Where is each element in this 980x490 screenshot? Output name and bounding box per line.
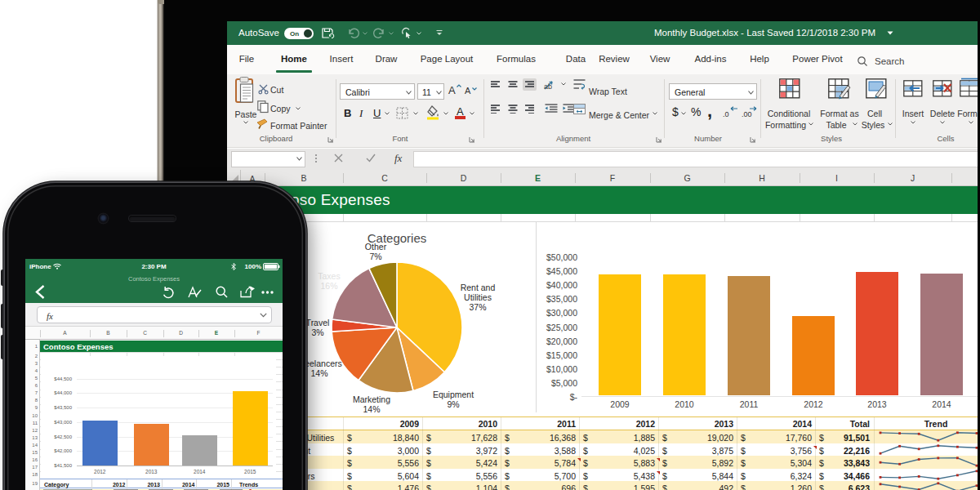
phone-row-number-19[interactable]: 19 xyxy=(32,481,38,486)
title-dropdown-icon[interactable] xyxy=(887,31,893,35)
conditional-formatting-label-2[interactable]: Formatting xyxy=(765,121,806,130)
bar-2012[interactable] xyxy=(792,316,835,396)
phone-row-number-12[interactable]: 12 xyxy=(32,428,38,433)
tab-help[interactable]: Help xyxy=(750,55,769,65)
fill-color-icon[interactable] xyxy=(426,105,439,119)
number-format-caret-icon[interactable] xyxy=(748,91,754,95)
dropdown-caret-icon[interactable] xyxy=(443,112,448,115)
dialog-launcher-number-icon[interactable] xyxy=(750,136,756,143)
phone-bar-chart[interactable]: $44,500$44,000$43,500$43,000$42,500$42,0… xyxy=(41,356,276,479)
align-center-icon[interactable] xyxy=(506,102,519,114)
dialog-launcher-font-icon[interactable] xyxy=(469,136,475,143)
comma-style-button[interactable]: , xyxy=(707,102,712,120)
align-bottom-icon[interactable] xyxy=(523,78,537,91)
column-header-g[interactable]: G xyxy=(684,174,690,183)
increase-decimal-icon[interactable]: .0 xyxy=(723,106,739,118)
phone-row-number-18[interactable]: 18 xyxy=(32,472,38,477)
format-as-table-icon[interactable] xyxy=(828,78,851,99)
phone-row-number-15[interactable]: 15 xyxy=(32,450,38,455)
bold-button[interactable]: B xyxy=(344,108,351,118)
accounting-format-button[interactable]: $ xyxy=(672,106,679,118)
bar-2014[interactable] xyxy=(920,274,963,396)
phone-row-number-14[interactable]: 14 xyxy=(32,443,38,448)
phone-row-number-13[interactable]: 13 xyxy=(32,435,38,440)
phone-bar-2013[interactable] xyxy=(134,424,169,466)
merge-center-label[interactable]: Merge & Center xyxy=(589,111,649,120)
font-name-caret-icon[interactable] xyxy=(406,91,412,95)
percent-style-button[interactable]: % xyxy=(691,106,701,118)
dropdown-caret-icon[interactable] xyxy=(413,112,418,115)
tab-insert[interactable]: Insert xyxy=(330,55,354,65)
phone-column-header-e[interactable]: E xyxy=(215,331,218,336)
wrap-text-label[interactable]: Wrap Text xyxy=(589,87,627,96)
phone-row-number-1[interactable]: 1 xyxy=(35,344,38,349)
undo-caret-icon[interactable] xyxy=(363,32,368,35)
merge-center-icon[interactable] xyxy=(573,104,586,114)
column-header-f[interactable]: F xyxy=(610,174,615,183)
phone-row-number-9[interactable]: 9 xyxy=(35,405,38,410)
column-header-h[interactable]: H xyxy=(759,174,765,183)
tab-page-layout[interactable]: Page Layout xyxy=(421,55,474,65)
bar-2011[interactable] xyxy=(728,276,770,395)
cell-styles-icon[interactable] xyxy=(866,78,888,99)
bar-2009[interactable] xyxy=(599,274,641,396)
insert-label[interactable]: Insert xyxy=(902,109,924,118)
dropdown-caret-icon[interactable] xyxy=(940,121,945,124)
cell-styles-label-2[interactable]: Styles xyxy=(862,121,885,130)
align-top-icon[interactable] xyxy=(488,78,502,91)
wrap-text-icon[interactable] xyxy=(573,79,586,90)
shrink-font-button[interactable]: A xyxy=(465,87,470,96)
column-header-e[interactable]: E xyxy=(535,174,541,183)
save-sync-icon[interactable] xyxy=(322,27,336,39)
format-cells-icon[interactable] xyxy=(960,78,978,99)
pie-chart[interactable] xyxy=(328,259,466,396)
phone-formula-input[interactable]: fx xyxy=(37,306,272,323)
italic-button[interactable]: I xyxy=(359,108,363,118)
tab-draw[interactable]: Draw xyxy=(376,55,398,65)
column-header-d[interactable]: D xyxy=(461,174,467,183)
decrease-indent-icon[interactable] xyxy=(545,104,558,114)
tab-view[interactable]: View xyxy=(650,55,670,65)
phone-bar-2015[interactable] xyxy=(233,391,268,466)
format-as-table-label-2[interactable]: Table xyxy=(826,121,846,130)
number-format-box[interactable]: General xyxy=(669,83,757,100)
search-glass-icon[interactable] xyxy=(858,56,867,66)
fx-icon[interactable]: fx xyxy=(394,153,402,163)
formula-input[interactable] xyxy=(413,151,978,167)
conditional-formatting-icon[interactable] xyxy=(779,78,800,99)
phone-back-icon[interactable] xyxy=(35,285,45,299)
phone-column-header-d[interactable]: D xyxy=(179,331,183,336)
format-painter-icon[interactable] xyxy=(256,118,269,129)
enter-icon[interactable] xyxy=(366,154,376,163)
tab-review[interactable]: Review xyxy=(599,55,630,65)
grow-font-button[interactable]: A xyxy=(448,85,456,96)
underline-button[interactable]: U xyxy=(373,108,381,118)
touch-caret-icon[interactable] xyxy=(416,32,421,35)
dropdown-caret-icon[interactable] xyxy=(911,121,915,124)
phone-row-number-5[interactable]: 5 xyxy=(35,376,38,381)
format-as-table-label-1[interactable]: Format as xyxy=(820,109,858,118)
bar-2013[interactable] xyxy=(856,272,898,395)
column-header-b[interactable]: B xyxy=(301,174,306,183)
phone-column-header-c[interactable]: C xyxy=(143,331,147,336)
borders-icon[interactable] xyxy=(396,107,408,119)
font-size-caret-icon[interactable] xyxy=(436,91,442,95)
delete-cells-icon[interactable] xyxy=(933,78,952,99)
worksheet[interactable]: Contoso Expenses CategoriesRent andUtili… xyxy=(227,186,978,490)
dropdown-caret-icon[interactable] xyxy=(296,107,301,110)
cut-icon[interactable] xyxy=(258,84,269,94)
undo-arrow-icon[interactable] xyxy=(348,29,359,38)
align-right-icon[interactable] xyxy=(523,102,537,114)
phone-sheet-title-cell[interactable]: Contoso Expenses xyxy=(40,341,283,353)
dropdown-caret-icon[interactable] xyxy=(561,82,566,86)
delete-label[interactable]: Delete xyxy=(930,109,955,118)
tab-power-pivot[interactable]: Power Pivot xyxy=(792,55,842,65)
phone-row-number-3[interactable]: 3 xyxy=(35,361,38,366)
dropdown-caret-icon[interactable] xyxy=(681,112,686,115)
paste-icon[interactable] xyxy=(235,77,256,105)
redo-caret-icon[interactable] xyxy=(389,32,394,35)
qat-dropdown-icon[interactable] xyxy=(436,30,443,36)
tab-file[interactable]: File xyxy=(239,55,255,65)
redo-arrow-icon[interactable] xyxy=(373,29,385,38)
align-middle-icon[interactable] xyxy=(506,78,519,91)
